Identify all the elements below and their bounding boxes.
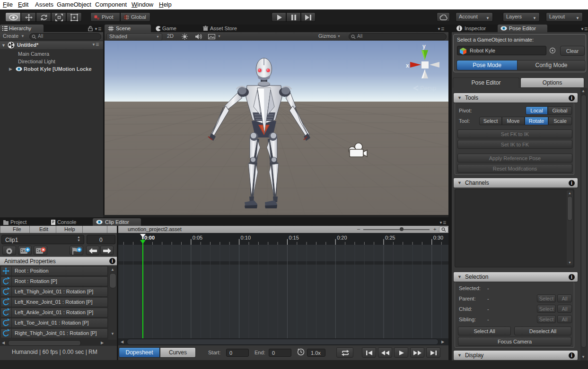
- svg-text:0:10: 0:10: [241, 235, 251, 240]
- svg-text:0:15: 0:15: [289, 235, 298, 240]
- svg-text:0:05: 0:05: [193, 235, 202, 240]
- svg-text:0:20: 0:20: [337, 235, 347, 240]
- svg-text:x: x: [406, 62, 409, 69]
- svg-text:0:30: 0:30: [433, 235, 443, 240]
- svg-text:0:00: 0:00: [144, 235, 155, 240]
- svg-text:0:25: 0:25: [385, 235, 395, 240]
- svg-text:Persp: Persp: [420, 85, 436, 92]
- svg-text:y: y: [422, 43, 426, 50]
